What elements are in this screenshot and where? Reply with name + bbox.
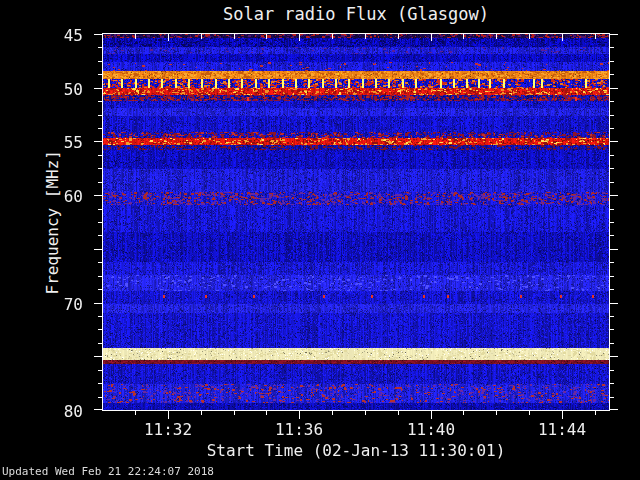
y-minor-tick bbox=[98, 101, 102, 102]
y-minor-tick bbox=[98, 74, 102, 75]
y-major-tick-right bbox=[610, 249, 618, 250]
y-minor-tick-right bbox=[610, 235, 614, 236]
x-minor-tick bbox=[201, 411, 202, 415]
y-minor-tick bbox=[98, 289, 102, 290]
chart-title: Solar radio Flux (Glasgow) bbox=[103, 4, 609, 24]
y-minor-tick-right bbox=[610, 343, 614, 344]
y-minor-tick bbox=[98, 397, 102, 398]
x-tick-label-11-36: 11:36 bbox=[264, 420, 334, 439]
x-tick-label-11-32: 11:32 bbox=[133, 420, 203, 439]
x-minor-tick bbox=[234, 411, 235, 415]
y-minor-tick bbox=[98, 316, 102, 317]
y-minor-tick-right bbox=[610, 262, 614, 263]
y-minor-tick-right bbox=[610, 128, 614, 129]
y-minor-tick bbox=[98, 235, 102, 236]
y-minor-tick-right bbox=[610, 115, 614, 116]
x-minor-tick bbox=[266, 411, 267, 415]
y-minor-tick bbox=[98, 182, 102, 183]
y-minor-tick bbox=[98, 276, 102, 277]
x-major-tick bbox=[168, 411, 169, 419]
y-minor-tick bbox=[98, 168, 102, 169]
y-minor-tick bbox=[98, 115, 102, 116]
y-minor-tick-right bbox=[610, 397, 614, 398]
y-major-tick-right bbox=[610, 34, 618, 35]
y-minor-tick bbox=[98, 383, 102, 384]
y-minor-tick bbox=[98, 329, 102, 330]
x-major-tick bbox=[562, 411, 563, 419]
y-minor-tick-right bbox=[610, 168, 614, 169]
y-minor-tick bbox=[98, 47, 102, 48]
y-minor-tick-right bbox=[610, 222, 614, 223]
y-minor-tick bbox=[98, 222, 102, 223]
x-minor-tick bbox=[135, 411, 136, 415]
y-minor-tick-right bbox=[610, 74, 614, 75]
y-minor-tick-right bbox=[610, 316, 614, 317]
x-major-tick bbox=[299, 411, 300, 419]
x-minor-tick bbox=[332, 411, 333, 415]
y-minor-tick bbox=[98, 343, 102, 344]
y-major-tick-right bbox=[610, 303, 618, 304]
y-minor-tick-right bbox=[610, 101, 614, 102]
y-major-tick-right bbox=[610, 141, 618, 142]
x-tick-label-11-40: 11:40 bbox=[396, 420, 466, 439]
x-minor-tick bbox=[398, 411, 399, 415]
y-minor-tick bbox=[98, 262, 102, 263]
y-minor-tick-right bbox=[610, 155, 614, 156]
y-minor-tick-right bbox=[610, 209, 614, 210]
y-tick-label-80: 80 bbox=[0, 402, 83, 421]
x-minor-tick bbox=[463, 411, 464, 415]
spectrogram-canvas bbox=[103, 34, 609, 410]
x-minor-tick bbox=[365, 411, 366, 415]
y-tick-label-55: 55 bbox=[0, 133, 83, 152]
y-major-tick-right bbox=[610, 88, 618, 89]
y-major-tick-right bbox=[610, 195, 618, 196]
y-minor-tick-right bbox=[610, 289, 614, 290]
y-major-tick-right bbox=[610, 356, 618, 357]
x-minor-tick bbox=[496, 411, 497, 415]
x-major-tick bbox=[431, 411, 432, 419]
y-minor-tick-right bbox=[610, 383, 614, 384]
y-minor-tick-right bbox=[610, 47, 614, 48]
x-minor-tick bbox=[595, 411, 596, 415]
y-minor-tick bbox=[98, 61, 102, 62]
y-tick-label-50: 50 bbox=[0, 80, 83, 99]
y-tick-label-45: 45 bbox=[0, 26, 83, 45]
y-minor-tick bbox=[98, 155, 102, 156]
y-tick-labels: 455055607080 bbox=[0, 0, 97, 480]
y-minor-tick-right bbox=[610, 61, 614, 62]
y-minor-tick bbox=[98, 370, 102, 371]
x-axis-title: Start Time (02-Jan-13 11:30:01) bbox=[103, 441, 609, 460]
y-minor-tick-right bbox=[610, 276, 614, 277]
x-minor-tick bbox=[529, 411, 530, 415]
y-minor-tick-right bbox=[610, 329, 614, 330]
updated-timestamp: Updated Wed Feb 21 22:24:07 2018 bbox=[2, 465, 214, 478]
y-major-tick-right bbox=[610, 409, 618, 410]
solar-radio-flux-page: { "chart_data": { "type": "heatmap", "ti… bbox=[0, 0, 640, 480]
y-minor-tick-right bbox=[610, 370, 614, 371]
y-tick-label-60: 60 bbox=[0, 187, 83, 206]
y-tick-label-70: 70 bbox=[0, 295, 83, 314]
y-minor-tick bbox=[98, 209, 102, 210]
y-minor-tick-right bbox=[610, 182, 614, 183]
y-minor-tick bbox=[98, 128, 102, 129]
x-tick-label-11-44: 11:44 bbox=[527, 420, 597, 439]
